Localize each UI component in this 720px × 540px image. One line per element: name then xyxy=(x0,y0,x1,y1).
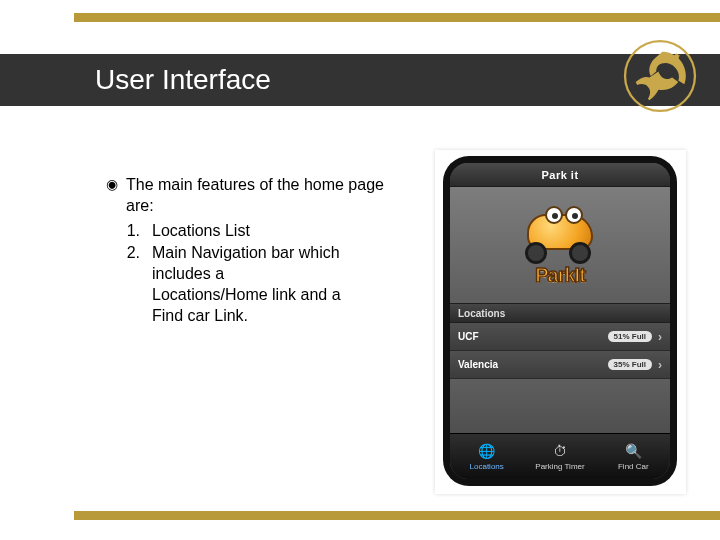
bullet-lead: The main features of the home page are: xyxy=(126,175,406,217)
title-bar: User Interface xyxy=(0,54,720,106)
chevron-right-icon: › xyxy=(658,358,662,372)
app-hero: ParkIt xyxy=(450,187,670,303)
tab-label: Locations xyxy=(470,462,504,471)
clock-icon: ⏱ xyxy=(551,442,569,460)
tab-parking-timer[interactable]: ⏱ Parking Timer xyxy=(523,434,596,479)
app-header-title: Park it xyxy=(541,169,578,181)
tab-label: Parking Timer xyxy=(535,462,584,471)
app-header: Park it xyxy=(450,163,670,187)
ucf-pegasus-logo xyxy=(622,38,698,114)
location-fill-badge: 35% Full xyxy=(608,359,652,370)
locations-section-label: Locations xyxy=(458,308,505,319)
location-row[interactable]: Valencia 35% Full › xyxy=(450,351,670,379)
body-text: ◉ The main features of the home page are… xyxy=(106,175,406,327)
list-number-2: 2. xyxy=(106,243,152,326)
list-number-1: 1. xyxy=(106,221,152,242)
chevron-right-icon: › xyxy=(658,330,662,344)
location-name: UCF xyxy=(458,331,608,342)
car-mascot-icon xyxy=(517,204,603,260)
tab-bar: 🌐 Locations ⏱ Parking Timer 🔍 Find Car xyxy=(450,433,670,479)
locations-section-header: Locations xyxy=(450,303,670,323)
list-item-2: Main Navigation bar which includes a Loc… xyxy=(152,243,342,326)
phone-mockup: Park it ParkIt Locations UCF 51% Full › … xyxy=(435,150,686,494)
list-item-1: Locations List xyxy=(152,221,342,242)
screen: Park it ParkIt Locations UCF 51% Full › … xyxy=(450,163,670,479)
tab-locations[interactable]: 🌐 Locations xyxy=(450,434,523,479)
bullet-icon: ◉ xyxy=(106,175,126,217)
location-fill-badge: 51% Full xyxy=(608,331,652,342)
globe-icon: 🌐 xyxy=(478,442,496,460)
search-icon: 🔍 xyxy=(624,442,642,460)
location-name: Valencia xyxy=(458,359,608,370)
tab-label: Find Car xyxy=(618,462,649,471)
screen-spacer xyxy=(450,379,670,433)
device-frame: Park it ParkIt Locations UCF 51% Full › … xyxy=(443,156,677,486)
app-brand-logo: ParkIt xyxy=(535,264,585,287)
slide-title: User Interface xyxy=(95,64,271,96)
bottom-accent-bar xyxy=(74,511,720,520)
tab-find-car[interactable]: 🔍 Find Car xyxy=(597,434,670,479)
top-accent-bar xyxy=(74,13,720,22)
location-row[interactable]: UCF 51% Full › xyxy=(450,323,670,351)
